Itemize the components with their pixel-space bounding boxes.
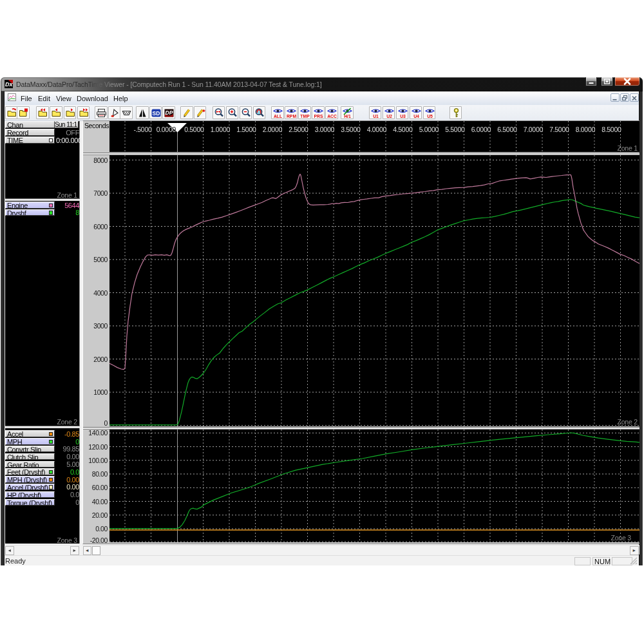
svg-text:U2: U2	[386, 114, 392, 118]
svg-text:5.0000: 5.0000	[419, 126, 439, 133]
svg-text:U4: U4	[413, 114, 419, 118]
svg-text:ALL: ALL	[274, 114, 282, 118]
svg-text:RPM: RPM	[287, 114, 296, 118]
svg-text:2.5000: 2.5000	[289, 126, 308, 133]
svg-text:3.5000: 3.5000	[341, 126, 361, 133]
svg-text:-.5000: -.5000	[134, 126, 152, 133]
svg-text:U5: U5	[427, 114, 433, 118]
svg-text:8.0000: 8.0000	[576, 126, 596, 133]
svg-text:DP: DP	[166, 109, 173, 116]
svg-text:3.0000: 3.0000	[315, 126, 335, 133]
svg-text:0.0000: 0.0000	[156, 126, 176, 133]
svg-text:8.5000: 8.5000	[601, 126, 621, 133]
svg-text:Zone 1: Zone 1	[618, 144, 638, 152]
svg-text:Dx: Dx	[5, 81, 13, 88]
svg-text:ACC: ACC	[327, 114, 337, 118]
svg-text:7.0000: 7.0000	[524, 126, 544, 133]
svg-text:Zone 2: Zone 2	[618, 418, 638, 426]
svg-text:7.5000: 7.5000	[549, 126, 569, 133]
svg-text:TMP: TMP	[300, 114, 310, 118]
svg-text:6.5000: 6.5000	[497, 126, 517, 133]
svg-text:6.0000: 6.0000	[471, 126, 491, 133]
svg-text:U3: U3	[400, 114, 406, 118]
svg-text:0.5000: 0.5000	[184, 126, 204, 133]
svg-text:Zone 3: Zone 3	[611, 534, 632, 542]
svg-text:4.0000: 4.0000	[367, 126, 387, 133]
svg-text:4.5000: 4.5000	[393, 126, 413, 133]
svg-text:1.5000: 1.5000	[236, 126, 256, 133]
svg-text:H/1: H/1	[344, 114, 351, 118]
svg-text:2.0000: 2.0000	[263, 126, 283, 133]
svg-text:PRS: PRS	[314, 114, 323, 118]
svg-text:SD: SD	[152, 110, 160, 117]
svg-text:5.5000: 5.5000	[445, 126, 465, 133]
svg-text:U1: U1	[373, 114, 379, 118]
svg-text:1.0000: 1.0000	[211, 126, 231, 133]
